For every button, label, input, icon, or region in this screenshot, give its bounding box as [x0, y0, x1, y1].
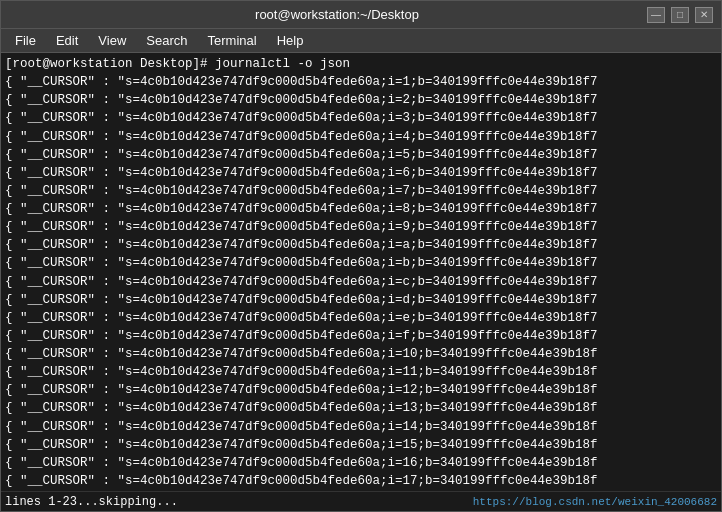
table-row: { "__CURSOR" : "s=4c0b10d423e747df9c000d…	[5, 436, 717, 454]
terminal-body[interactable]: [root@workstation Desktop]# journalctl -…	[1, 53, 721, 491]
menu-edit[interactable]: Edit	[46, 31, 88, 50]
table-row: { "__CURSOR" : "s=4c0b10d423e747df9c000d…	[5, 418, 717, 436]
table-row: { "__CURSOR" : "s=4c0b10d423e747df9c000d…	[5, 73, 717, 91]
table-row: { "__CURSOR" : "s=4c0b10d423e747df9c000d…	[5, 200, 717, 218]
table-row: { "__CURSOR" : "s=4c0b10d423e747df9c000d…	[5, 91, 717, 109]
table-row: { "__CURSOR" : "s=4c0b10d423e747df9c000d…	[5, 273, 717, 291]
terminal-window: root@workstation:~/Desktop — □ ✕ File Ed…	[0, 0, 722, 512]
menu-bar: File Edit View Search Terminal Help	[1, 29, 721, 53]
window-title: root@workstation:~/Desktop	[27, 7, 647, 22]
table-row: { "__CURSOR" : "s=4c0b10d423e747df9c000d…	[5, 454, 717, 472]
prompt-line: [root@workstation Desktop]# journalctl -…	[5, 55, 717, 73]
table-row: { "__CURSOR" : "s=4c0b10d423e747df9c000d…	[5, 309, 717, 327]
table-row: { "__CURSOR" : "s=4c0b10d423e747df9c000d…	[5, 381, 717, 399]
table-row: { "__CURSOR" : "s=4c0b10d423e747df9c000d…	[5, 218, 717, 236]
table-row: { "__CURSOR" : "s=4c0b10d423e747df9c000d…	[5, 236, 717, 254]
table-row: { "__CURSOR" : "s=4c0b10d423e747df9c000d…	[5, 327, 717, 345]
maximize-button[interactable]: □	[671, 7, 689, 23]
table-row: { "__CURSOR" : "s=4c0b10d423e747df9c000d…	[5, 291, 717, 309]
watermark: https://blog.csdn.net/weixin_42006682	[473, 496, 717, 508]
table-row: { "__CURSOR" : "s=4c0b10d423e747df9c000d…	[5, 146, 717, 164]
status-bar: lines 1-23...skipping... https://blog.cs…	[1, 491, 721, 511]
table-row: { "__CURSOR" : "s=4c0b10d423e747df9c000d…	[5, 363, 717, 381]
table-row: { "__CURSOR" : "s=4c0b10d423e747df9c000d…	[5, 128, 717, 146]
menu-help[interactable]: Help	[267, 31, 314, 50]
menu-search[interactable]: Search	[136, 31, 197, 50]
table-row: { "__CURSOR" : "s=4c0b10d423e747df9c000d…	[5, 182, 717, 200]
menu-terminal[interactable]: Terminal	[198, 31, 267, 50]
table-row: { "__CURSOR" : "s=4c0b10d423e747df9c000d…	[5, 164, 717, 182]
table-row: { "__CURSOR" : "s=4c0b10d423e747df9c000d…	[5, 254, 717, 272]
status-text: lines 1-23...skipping...	[5, 495, 178, 509]
window-controls: — □ ✕	[647, 7, 713, 23]
title-bar: root@workstation:~/Desktop — □ ✕	[1, 1, 721, 29]
table-row: { "__CURSOR" : "s=4c0b10d423e747df9c000d…	[5, 472, 717, 490]
table-row: { "__CURSOR" : "s=4c0b10d423e747df9c000d…	[5, 345, 717, 363]
table-row: { "__CURSOR" : "s=4c0b10d423e747df9c000d…	[5, 399, 717, 417]
menu-view[interactable]: View	[88, 31, 136, 50]
menu-file[interactable]: File	[5, 31, 46, 50]
table-row: { "__CURSOR" : "s=4c0b10d423e747df9c000d…	[5, 109, 717, 127]
close-button[interactable]: ✕	[695, 7, 713, 23]
minimize-button[interactable]: —	[647, 7, 665, 23]
terminal-output: { "__CURSOR" : "s=4c0b10d423e747df9c000d…	[5, 73, 717, 490]
